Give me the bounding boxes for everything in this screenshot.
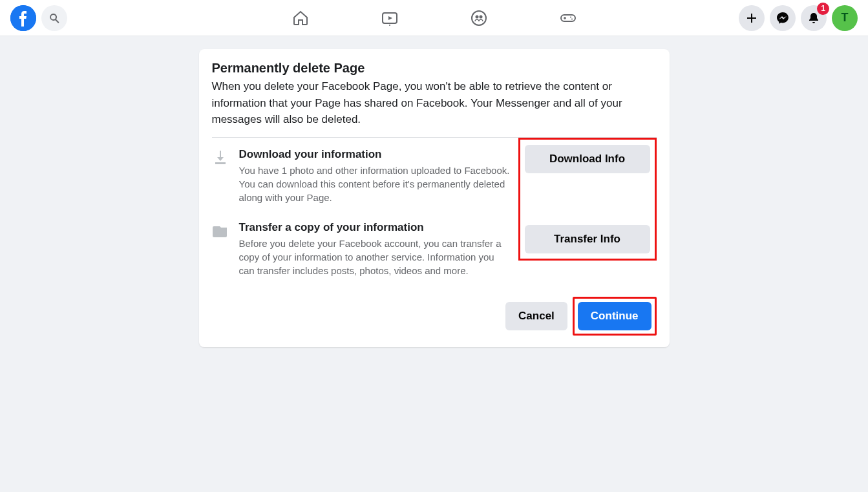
nav-gaming[interactable] bbox=[526, 1, 610, 35]
highlight-annotation-continue: Continue bbox=[573, 297, 657, 336]
highlight-annotation-buttons: Download Info Transfer Info bbox=[518, 138, 657, 261]
top-navigation-bar: 1 T bbox=[0, 0, 868, 36]
svg-point-5 bbox=[479, 15, 482, 18]
svg-rect-6 bbox=[561, 15, 575, 21]
svg-point-7 bbox=[570, 16, 571, 17]
nav-groups[interactable] bbox=[437, 1, 521, 35]
nav-watch[interactable] bbox=[348, 1, 432, 35]
messenger-icon bbox=[776, 12, 789, 25]
nav-home[interactable] bbox=[259, 1, 343, 35]
create-button[interactable] bbox=[739, 5, 765, 31]
download-title: Download your information bbox=[239, 148, 511, 161]
download-info-row: Download your information You have 1 pho… bbox=[212, 138, 518, 211]
messenger-button[interactable] bbox=[770, 5, 796, 31]
home-icon bbox=[291, 9, 310, 27]
download-icon bbox=[212, 148, 230, 169]
center-navigation bbox=[259, 0, 610, 36]
facebook-logo[interactable] bbox=[10, 5, 36, 31]
profile-avatar[interactable]: T bbox=[832, 5, 858, 31]
dialog-body: Permanently delete Page When you delete … bbox=[199, 49, 670, 286]
download-desc: You have 1 photo and other information u… bbox=[239, 164, 511, 204]
transfer-desc: Before you delete your Facebook account,… bbox=[239, 237, 511, 277]
right-action-icons: 1 T bbox=[739, 5, 858, 31]
transfer-info-row: Transfer a copy of your information Befo… bbox=[212, 211, 518, 284]
transfer-title: Transfer a copy of your information bbox=[239, 221, 511, 234]
side-buttons-column: Download Info Transfer Info bbox=[518, 138, 657, 261]
delete-page-dialog: Permanently delete Page When you delete … bbox=[199, 49, 670, 347]
transfer-icon bbox=[212, 221, 230, 242]
download-text: Download your information You have 1 pho… bbox=[239, 148, 518, 204]
plus-icon bbox=[745, 12, 758, 25]
svg-point-3 bbox=[472, 11, 486, 25]
dialog-footer: Cancel Continue bbox=[199, 286, 670, 347]
svg-point-2 bbox=[389, 25, 390, 26]
search-button[interactable] bbox=[41, 5, 67, 31]
cancel-button[interactable]: Cancel bbox=[505, 302, 567, 330]
notifications-button[interactable]: 1 bbox=[801, 5, 827, 31]
gaming-icon bbox=[559, 9, 577, 27]
bell-icon bbox=[807, 12, 820, 25]
transfer-info-button[interactable]: Transfer Info bbox=[525, 225, 650, 253]
dialog-title: Permanently delete Page bbox=[212, 61, 657, 76]
download-info-button[interactable]: Download Info bbox=[525, 145, 650, 173]
notification-badge: 1 bbox=[817, 3, 829, 15]
continue-button[interactable]: Continue bbox=[578, 302, 651, 330]
transfer-text: Transfer a copy of your information Befo… bbox=[239, 221, 518, 277]
svg-point-4 bbox=[475, 15, 478, 18]
watch-icon bbox=[381, 9, 399, 27]
search-icon bbox=[49, 13, 59, 23]
svg-point-8 bbox=[571, 18, 573, 19]
groups-icon bbox=[470, 9, 488, 27]
dialog-description: When you delete your Facebook Page, you … bbox=[212, 78, 657, 128]
avatar-initial: T bbox=[842, 11, 849, 25]
